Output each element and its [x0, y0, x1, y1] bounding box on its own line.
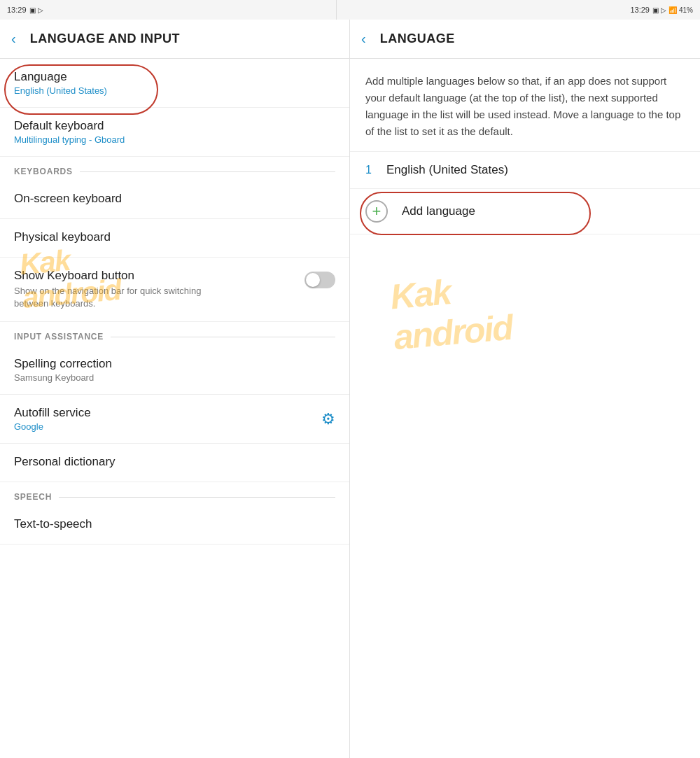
language-subtitle: English (United States) — [14, 85, 335, 96]
left-back-button[interactable]: ‹ — [11, 31, 16, 47]
status-bar-left: 13:29 ▣ ▷ — [0, 6, 50, 14]
autofill-text: Autofill service Google — [14, 406, 91, 432]
right-panel: Kak android ‹ LANGUAGE Add multiple lang… — [350, 20, 700, 758]
cast-icon: ▷ — [38, 6, 43, 14]
on-screen-keyboard-item[interactable]: On-screen keyboard — [0, 181, 349, 219]
status-bar-divider — [336, 0, 337, 20]
language-name: English (United States) — [386, 163, 508, 177]
physical-keyboard-title: Physical keyboard — [14, 230, 335, 244]
panels: Kak android ‹ LANGUAGE AND INPUT Languag… — [0, 20, 700, 758]
battery-icon: 41% — [679, 6, 693, 14]
language-description: Add multiple languages below so that, if… — [350, 59, 700, 152]
show-keyboard-desc: Show on the navigation bar for quick swi… — [14, 285, 224, 310]
default-keyboard-subtitle: Multilingual typing - Gboard — [14, 134, 335, 145]
status-icons-right: ▣ ▷ 📶 41% — [652, 6, 693, 14]
speech-section-header: SPEECH — [0, 482, 349, 506]
time-right: 13:29 — [630, 6, 650, 14]
add-language-item[interactable]: + Add language — [350, 189, 700, 234]
notification-icon: ▣ — [29, 6, 36, 14]
text-to-speech-item[interactable]: Text-to-speech — [0, 506, 349, 545]
cast-icon-right: ▷ — [661, 6, 666, 14]
autofill-subtitle: Google — [14, 421, 91, 432]
spelling-correction-item[interactable]: Spelling correction Samsung Keyboard — [0, 346, 349, 395]
show-keyboard-title: Show Keyboard button — [14, 269, 298, 283]
input-assistance-section-header: INPUT ASSISTANCE — [0, 322, 349, 346]
autofill-service-item[interactable]: Autofill service Google ⚙ — [0, 395, 349, 444]
plus-icon: + — [372, 202, 382, 220]
language-number: 1 — [365, 164, 386, 176]
language-setting-item[interactable]: Language English (United States) — [0, 59, 349, 108]
spelling-correction-title: Spelling correction — [14, 357, 335, 371]
autofill-title: Autofill service — [14, 406, 91, 420]
language-title: Language — [14, 70, 335, 84]
wifi-icon: 📶 — [668, 6, 677, 14]
english-language-row[interactable]: 1 English (United States) — [350, 152, 700, 189]
notification-icon-right: ▣ — [652, 6, 659, 14]
autofill-with-icon: Autofill service Google ⚙ — [14, 406, 335, 432]
keyboards-section-header: KEYBOARDS — [0, 157, 349, 181]
status-icons-left: ▣ ▷ — [29, 6, 43, 14]
add-language-wrapper: + Add language — [350, 189, 700, 234]
text-to-speech-title: Text-to-speech — [14, 517, 335, 531]
time-left: 13:29 — [7, 6, 27, 14]
plus-circle-icon: + — [365, 200, 388, 223]
personal-dictionary-title: Personal dictionary — [14, 455, 335, 469]
left-panel: Kak android ‹ LANGUAGE AND INPUT Languag… — [0, 20, 350, 758]
add-language-label: Add language — [402, 204, 475, 218]
left-panel-title: LANGUAGE AND INPUT — [30, 31, 180, 46]
right-panel-title: LANGUAGE — [380, 31, 455, 46]
on-screen-keyboard-title: On-screen keyboard — [14, 192, 335, 206]
show-keyboard-button-item[interactable]: Show Keyboard button Show on the navigat… — [0, 258, 349, 322]
right-settings-list: Add multiple languages below so that, if… — [350, 59, 700, 758]
status-bar: 13:29 ▣ ▷ 13:29 ▣ ▷ 📶 41% — [0, 0, 700, 20]
show-keyboard-toggle[interactable] — [304, 272, 335, 288]
spelling-correction-subtitle: Samsung Keyboard — [14, 372, 335, 383]
right-panel-header: ‹ LANGUAGE — [350, 20, 700, 59]
panels-wrapper: Kak android ‹ LANGUAGE AND INPUT Languag… — [0, 20, 700, 758]
right-back-button[interactable]: ‹ — [361, 31, 366, 47]
gear-icon[interactable]: ⚙ — [321, 410, 335, 428]
default-keyboard-title: Default keyboard — [14, 119, 335, 133]
physical-keyboard-item[interactable]: Physical keyboard — [0, 219, 349, 258]
language-item-wrapper: Language English (United States) — [0, 59, 349, 108]
personal-dictionary-item[interactable]: Personal dictionary — [0, 444, 349, 482]
toggle-content: Show Keyboard button Show on the navigat… — [14, 269, 298, 310]
default-keyboard-item[interactable]: Default keyboard Multilingual typing - G… — [0, 108, 349, 157]
status-bar-right: 13:29 ▣ ▷ 📶 41% — [623, 6, 700, 14]
left-panel-header: ‹ LANGUAGE AND INPUT — [0, 20, 349, 59]
settings-list: Language English (United States) Default… — [0, 59, 349, 758]
